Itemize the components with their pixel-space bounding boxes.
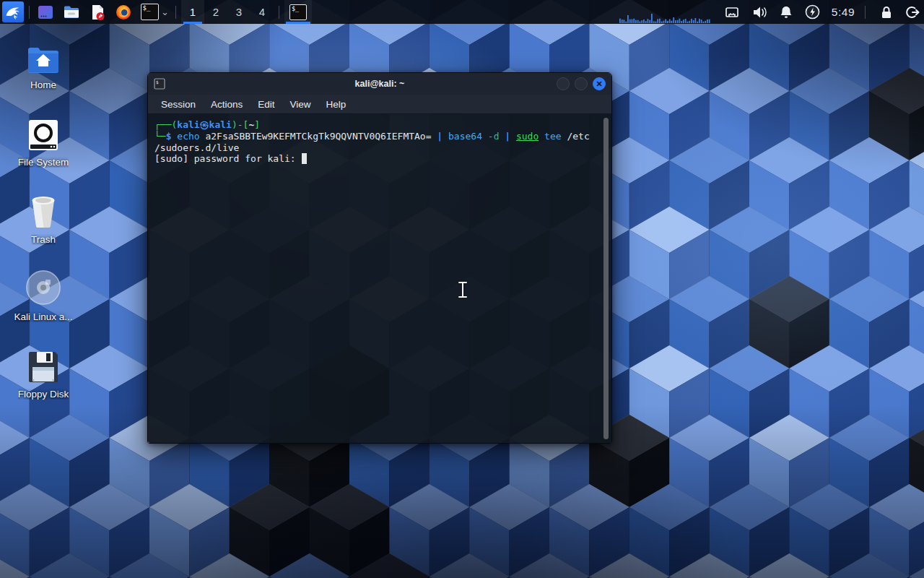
disc-icon [25, 268, 61, 306]
dashboard-icon [37, 4, 54, 21]
session-buttons [880, 5, 920, 20]
activity-graph [619, 13, 712, 24]
launcher-terminal[interactable]: $_ [139, 1, 160, 22]
maximize-button[interactable] [575, 77, 588, 90]
close-button[interactable]: ✕ [593, 77, 606, 90]
window-terminal-icon: $ [154, 78, 165, 90]
terminal-text-segment: base64 [448, 131, 482, 142]
minimize-button[interactable] [557, 77, 570, 90]
terminal-line: [sudo] password for kali: [154, 153, 598, 165]
desktop-icon-label: Trash [31, 234, 56, 245]
system-tray [725, 4, 820, 20]
window-title: kali@kali: ~ [148, 79, 611, 89]
terminal-text-segment: /etc [562, 131, 590, 142]
desktop-icon-trash[interactable]: Trash [0, 191, 87, 268]
terminal-text-segment [510, 131, 516, 142]
ibeam-cursor [456, 280, 469, 300]
firefox-icon [115, 4, 132, 21]
clock[interactable]: 5:49 [832, 6, 855, 19]
logout-icon[interactable] [905, 5, 920, 20]
desktop-icon-label: Floppy Disk [18, 389, 69, 400]
menu-help[interactable]: Help [326, 99, 346, 110]
launcher-file-manager[interactable] [61, 1, 82, 22]
home-folder-icon [27, 36, 60, 74]
menu-edit[interactable]: Edit [258, 99, 274, 110]
window-titlebar[interactable]: $ kali@kali: ~ ✕ [148, 73, 611, 95]
folder-icon [63, 4, 80, 21]
terminal-text-segment: [sudo] password for kali: [154, 153, 302, 164]
menu-view[interactable]: View [290, 99, 311, 110]
terminal-text-segment: | [505, 131, 510, 142]
launcher-dashboard[interactable] [35, 1, 56, 22]
panel-separator [279, 6, 279, 19]
volume-icon[interactable] [751, 5, 767, 20]
menu-session[interactable]: Session [161, 99, 196, 110]
svg-text:$: $ [156, 79, 159, 85]
panel-separator [865, 6, 866, 19]
workspace-3[interactable]: 3 [227, 0, 250, 24]
terminal-line: ┌──(kali㉿kali)-[~] [154, 119, 598, 131]
terminal-text-segment: )-[ [232, 119, 248, 130]
desktop-icon-kali-cd[interactable]: Kali Linux a... [0, 268, 87, 345]
top-panel: $_ ⌄ 1 2 3 4 $_ [0, 0, 924, 24]
desktop-icon-label: Kali Linux a... [14, 311, 72, 322]
terminal-line: └─$ echo a2FsaSBBTEw9KEFMTCkgTk9QQVNTV0Q… [154, 131, 598, 142]
desktop-icon-file-system[interactable]: File System [0, 113, 87, 191]
trash-icon [29, 191, 58, 228]
terminal-window: $ kali@kali: ~ ✕ Session Actions Edit Vi… [147, 72, 612, 444]
terminal-text-segment [482, 131, 488, 142]
workspace-1[interactable]: 1 [181, 0, 204, 24]
terminal-text-segment: sudo [516, 131, 539, 142]
desktop-icon-label: Home [30, 79, 56, 90]
window-buttons: ✕ [557, 77, 606, 90]
workspace-switcher: 1 2 3 4 [181, 0, 274, 24]
workspace-4[interactable]: 4 [250, 0, 274, 24]
terminal-text-segment [539, 131, 544, 142]
terminal-text-segment: tee [544, 131, 561, 142]
terminal-text-segment: | [437, 131, 443, 142]
network-icon[interactable] [725, 6, 739, 19]
hard-drive-icon [28, 113, 58, 151]
menu-actions[interactable]: Actions [211, 99, 243, 110]
workspace-2[interactable]: 2 [204, 0, 227, 24]
terminal-icon: $_ [141, 4, 159, 20]
terminal-text-segment: ] [254, 119, 260, 130]
panel-separator [175, 6, 176, 19]
floppy-disk-icon [28, 345, 58, 383]
desktop-icon-home[interactable]: Home [0, 36, 87, 113]
terminal-lines: ┌──(kali㉿kali)-[~]└─$ echo a2FsaSBBTEw9K… [154, 119, 598, 165]
scrollbar-thumb[interactable] [603, 118, 609, 439]
window-menubar: Session Actions Edit View Help [148, 95, 611, 114]
kali-menu-button[interactable] [2, 1, 24, 22]
terminal-content[interactable]: ┌──(kali㉿kali)-[~]└─$ echo a2FsaSBBTEw9K… [148, 114, 611, 443]
desktop-icon-floppy-disk[interactable]: Floppy Disk [0, 345, 87, 423]
launcher-firefox[interactable] [113, 1, 134, 22]
terminal-block-cursor [302, 153, 308, 164]
terminal-text-segment: /sudoers.d/live [154, 142, 239, 153]
terminal-text-segment: -d [488, 131, 500, 142]
terminal-text-segment [443, 131, 448, 142]
launcher-text-editor[interactable] [87, 1, 108, 22]
desktop-icon-label: File System [18, 157, 69, 168]
taskbar-terminal-window-button[interactable]: $_ [284, 0, 312, 24]
panel-separator [29, 6, 30, 19]
terminal-text-segment: └─ [154, 131, 166, 142]
terminal-line: /sudoers.d/live [154, 142, 598, 154]
chevron-down-icon[interactable]: ⌄ [161, 7, 169, 17]
kali-dragon-icon [4, 4, 22, 21]
terminal-text-segment: ┌──( [154, 119, 177, 130]
terminal-icon: $_ [289, 4, 307, 20]
desktop-icon-column: Home File System Trash [0, 36, 87, 423]
text-editor-icon [89, 4, 106, 21]
lock-icon[interactable] [880, 5, 893, 20]
terminal-text-segment: kali㉿kali [177, 119, 232, 130]
notifications-icon[interactable] [780, 5, 793, 20]
terminal-text-segment: echo [177, 131, 199, 142]
terminal-text-segment: a2FsaSBBTEw9KEFMTCkgTk9QQVNTV0Q6IEFMTAo= [200, 131, 437, 142]
power-icon[interactable] [805, 4, 820, 20]
